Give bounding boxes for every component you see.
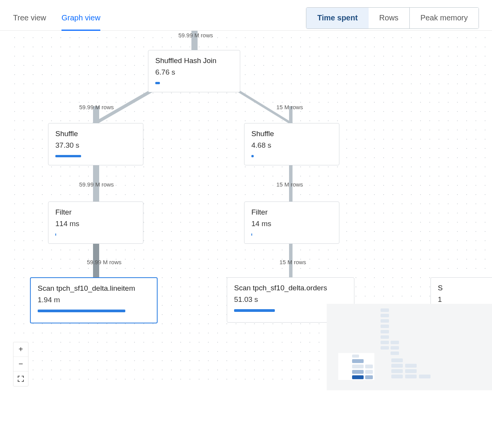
node-title: Shuffle xyxy=(251,130,332,138)
node-title: Shuffled Hash Join xyxy=(155,57,233,65)
edge-rows: 59.99 M rows xyxy=(79,104,114,110)
fullscreen-icon xyxy=(18,376,24,382)
node-scan-lineitem[interactable]: Scan tpch_sf10_delta.lineitem 1.94 m xyxy=(30,277,158,323)
minimap-viewport[interactable] xyxy=(338,353,374,380)
metric-time-spent[interactable]: Time spent xyxy=(306,7,369,29)
node-title: Filter xyxy=(251,208,332,217)
edge-rows: 15 M rows xyxy=(276,181,303,188)
metric-toggle: Time spent Rows Peak memory xyxy=(306,7,479,29)
node-shuffled-hash-join[interactable]: Shuffled Hash Join 6.76 s xyxy=(148,50,240,92)
node-metric: 1.94 m xyxy=(38,296,150,304)
node-shuffle-left[interactable]: Shuffle 37.30 s xyxy=(48,123,143,165)
edge-rows: 59.99 M rows xyxy=(87,259,121,265)
node-shuffle-right[interactable]: Shuffle 4.68 s xyxy=(244,123,339,165)
minus-icon: − xyxy=(18,360,23,368)
node-title: Scan tpch_sf10_delta.lineitem xyxy=(38,284,150,293)
metric-rows[interactable]: Rows xyxy=(369,8,410,28)
node-metric: 14 ms xyxy=(251,220,332,228)
metric-peak-memory[interactable]: Peak memory xyxy=(410,8,479,28)
zoom-out-button[interactable]: − xyxy=(13,357,28,371)
node-title: Shuffle xyxy=(55,130,136,138)
zoom-controls: + − xyxy=(13,342,28,386)
tab-graph-view[interactable]: Graph view xyxy=(62,5,100,30)
node-filter-right[interactable]: Filter 14 ms xyxy=(244,202,339,244)
node-title: S xyxy=(438,284,492,292)
node-title: Scan tpch_sf10_delta.orders xyxy=(234,284,347,292)
zoom-in-button[interactable]: + xyxy=(13,342,28,357)
node-metric: 1 xyxy=(438,295,492,304)
edge-rows: 15 M rows xyxy=(279,259,306,265)
node-metric: 4.68 s xyxy=(251,141,332,150)
edge-rows: 59.99 M rows xyxy=(79,181,114,188)
fit-button[interactable] xyxy=(13,371,28,386)
node-metric: 6.76 s xyxy=(155,68,233,77)
node-metric: 114 ms xyxy=(55,220,136,228)
plus-icon: + xyxy=(18,345,23,354)
node-metric: 37.30 s xyxy=(55,141,136,150)
edge-rows: 59.99 M rows xyxy=(178,32,213,38)
node-title: Filter xyxy=(55,208,136,217)
node-filter-left[interactable]: Filter 114 ms xyxy=(48,202,143,244)
edge-rows: 15 M rows xyxy=(276,104,303,110)
tab-tree-view[interactable]: Tree view xyxy=(13,5,46,30)
minimap[interactable] xyxy=(327,304,492,390)
node-metric: 51.03 s xyxy=(234,295,347,304)
